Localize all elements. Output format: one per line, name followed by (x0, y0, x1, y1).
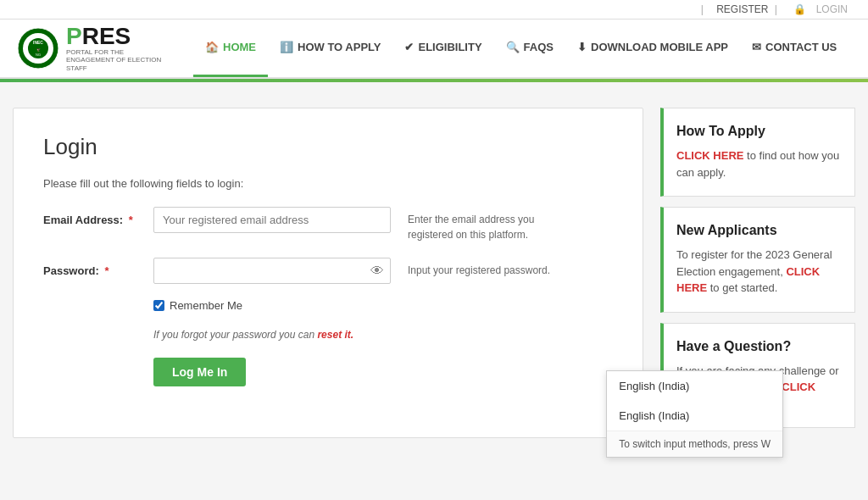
remember-me-row: Remember Me (153, 299, 613, 312)
login-button[interactable]: Log Me In (153, 358, 246, 386)
email-row: Email Address: * Enter the email address… (43, 207, 613, 242)
sidebar-new-applicants-title: New Applicants (676, 223, 842, 238)
submit-row: Log Me In (153, 358, 613, 386)
email-input-area (153, 207, 391, 233)
password-hint: Input your registered password. (408, 258, 550, 278)
svg-text:INEC: INEC (33, 40, 43, 45)
lock-icon: 🔒 (793, 3, 806, 15)
logo-area: INEC 🦅 NG PPRESRES PORTAL FOR THE ENGAGE… (17, 25, 168, 73)
header: INEC 🦅 NG PPRESRES PORTAL FOR THE ENGAGE… (0, 19, 868, 79)
download-icon: ⬇ (577, 41, 587, 53)
password-wrapper: 👁 (153, 258, 391, 284)
green-divider (0, 79, 868, 82)
login-subtitle: Please fill out the following fields to … (43, 177, 613, 190)
lang-switch-hint: To switch input methods, press W (607, 431, 782, 457)
login-panel: Login Please fill out the following fiel… (13, 108, 643, 438)
language-dropdown: English (India) English (India) To switc… (606, 370, 783, 458)
nav-eligibility[interactable]: ✔ ELIGIBILITY (392, 19, 493, 77)
password-required-star: * (104, 264, 108, 277)
password-input-area: 👁 (153, 258, 391, 284)
separator-1: | (701, 3, 704, 15)
home-icon: 🏠 (205, 41, 219, 53)
nav-contact-us[interactable]: ✉ CONTACT US (740, 19, 849, 77)
remember-me-label: Remember Me (170, 299, 242, 312)
reset-password-link[interactable]: reset it. (317, 329, 353, 341)
search-icon: 🔍 (506, 41, 520, 53)
logo-pres: PPRESRES (66, 25, 168, 48)
email-required-star: * (129, 214, 133, 226)
login-link[interactable]: 🔒 LOGIN (790, 3, 851, 15)
sidebar-how-to-apply: How To Apply CLICK HERE to find out how … (660, 108, 855, 197)
lang-option-1[interactable]: English (India) (607, 371, 782, 401)
sidebar-have-question-title: Have a Question? (676, 339, 842, 354)
sidebar-new-applicants-text: To register for the 2023 General Electio… (676, 247, 842, 297)
nav-home[interactable]: 🏠 HOME (193, 19, 268, 77)
email-hint: Enter the email address you registered o… (408, 207, 577, 242)
logo-text: PPRESRES PORTAL FOR THE ENGAGEMENT OF EL… (66, 25, 168, 73)
password-input[interactable] (153, 258, 391, 284)
lang-option-2[interactable]: English (India) (607, 401, 782, 431)
password-label: Password: * (43, 258, 153, 277)
inec-logo-icon: INEC 🦅 NG (17, 27, 59, 69)
nav-faqs[interactable]: 🔍 FAQS (494, 19, 565, 77)
forgot-password-hint: If you forgot your password you can rese… (153, 329, 613, 341)
svg-text:NG: NG (36, 53, 41, 57)
svg-text:🦅: 🦅 (36, 47, 41, 52)
email-input[interactable] (153, 207, 391, 233)
how-to-apply-click-here[interactable]: CLICK HERE (676, 149, 743, 162)
sidebar-how-to-apply-title: How To Apply (676, 124, 842, 139)
email-label: Email Address: * (43, 207, 153, 226)
logo-subtitle: PORTAL FOR THE ENGAGEMENT OF ELECTION ST… (66, 48, 168, 73)
sidebar-new-applicants: New Applicants To register for the 2023 … (660, 207, 855, 313)
check-icon: ✔ (404, 41, 414, 53)
login-title: Login (43, 134, 613, 160)
nav-download[interactable]: ⬇ DOWNLOAD MOBILE APP (565, 19, 740, 77)
nav-how-to-apply[interactable]: ℹ️ HOW TO APPLY (268, 19, 392, 77)
remember-me-checkbox[interactable] (153, 300, 164, 311)
sidebar-how-to-apply-text: CLICK HERE to find out how you can apply… (676, 147, 842, 181)
mail-icon: ✉ (752, 41, 761, 53)
separator-2: | (775, 3, 777, 15)
main-nav: 🏠 HOME ℹ️ HOW TO APPLY ✔ ELIGIBILITY 🔍 F… (193, 19, 851, 77)
info-icon: ℹ️ (280, 41, 293, 53)
register-link[interactable]: REGISTER (716, 3, 768, 15)
eye-icon[interactable]: 👁 (370, 264, 384, 279)
password-row: Password: * 👁 Input your registered pass… (43, 258, 613, 284)
top-bar: | REGISTER | 🔒 LOGIN (0, 0, 868, 19)
